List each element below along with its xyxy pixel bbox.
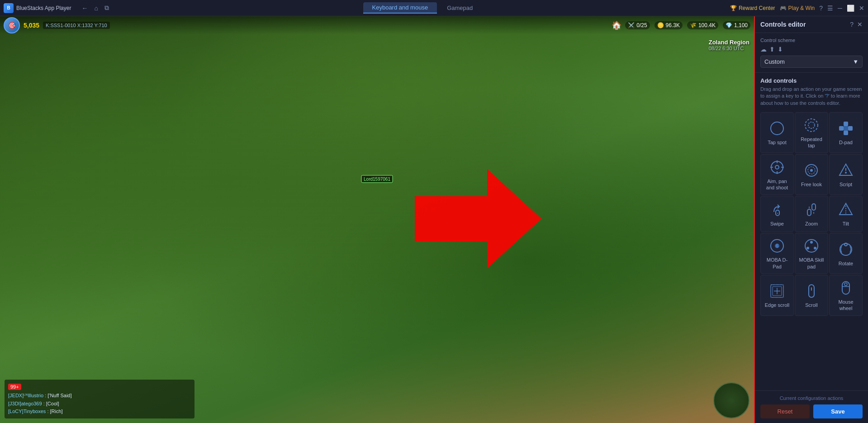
food-value: 100.4K [698,22,716,28]
scheme-dropdown[interactable]: Custom ▼ [760,56,863,68]
dpad-label: D-pad [839,139,853,146]
chat-line-3: [LoCY]Tinyboxes : [Rich] [8,408,191,416]
nav-windows-button[interactable]: ⧉ [102,3,111,13]
moba-dpad-icon: 6 [769,238,785,254]
control-moba-dpad[interactable]: 6 MOBA D-Pad [760,233,794,274]
scheme-download-icon[interactable]: ⬇ [778,46,783,53]
control-scroll[interactable]: Scroll [795,275,828,316]
help-link[interactable]: ? [826,93,829,99]
svg-rect-24 [812,204,816,210]
panel-close-icon[interactable]: ✕ [857,21,863,28]
nav-home-button[interactable]: ⌂ [92,3,100,13]
add-controls-desc: Drag and drop an action on your game scr… [760,86,863,107]
scheme-upload-icon[interactable]: ⬆ [769,46,775,53]
add-controls-title: Add controls [760,77,863,84]
game-area[interactable]: 🎯 5,035 K:SSS1-0010 X:1332 Y:710 🏠 ⚔️ 0/… [0,16,754,423]
rotate-icon [838,241,854,258]
control-repeated-tap[interactable]: Repeated tap [795,112,828,153]
chat-name-3: [LoCY]Tinyboxes [8,409,46,414]
edge-scroll-label: Edge scroll [765,302,789,308]
food-icon: 🌾 [690,22,697,28]
controls-grid: Tap spot Repeated tap [760,112,863,315]
control-swipe[interactable]: Swipe [760,196,794,232]
repeated-tap-label: Repeated tap [797,136,826,149]
red-arrow-overlay [415,169,541,270]
tilt-label: Tilt [843,221,849,227]
location-info: Zoland Region 08/22 6:30 UTC [709,39,749,51]
scheme-label: Control scheme [760,38,863,43]
svg-rect-8 [844,126,848,131]
free-look-label: Free look [801,181,822,188]
scheme-cloud-icon[interactable]: ☁ [760,46,767,53]
control-tilt[interactable]: Tilt [829,196,863,232]
aim-pan-shoot-label: Aim, pan and shoot [763,178,792,191]
play-win[interactable]: 🎮 Play & Win [780,5,815,11]
panel-title: Controls editor [760,21,806,28]
moba-skill-label: MOBA Skill pad [797,257,826,270]
resource-gold: 🪙 96.3K [655,21,683,29]
scheme-icons: ☁ ⬆ ⬇ [760,46,783,53]
reward-icon: 🏆 [730,5,737,11]
control-moba-skill[interactable]: MOBA Skill pad [795,233,828,274]
tab-gamepad[interactable]: Gamepad [438,2,482,14]
rotate-label: Rotate [839,260,853,267]
svg-point-34 [810,241,813,244]
script-label: Script [840,181,852,188]
svg-rect-4 [844,122,848,126]
control-tap-spot[interactable]: Tap spot [760,112,794,153]
control-edge-scroll[interactable]: Edge scroll [760,275,794,316]
location-date: 08/22 6:30 UTC [709,46,749,51]
control-scheme-section: Control scheme ☁ ⬆ ⬇ Custom ▼ [755,33,868,73]
titlebar-right: 🏆 Reward Center 🎮 Play & Win ? ☰ ─ ⬜ ✕ [730,5,864,12]
gold-icon: 🪙 [657,22,664,28]
moba-dpad-label: MOBA D-Pad [763,257,792,270]
hud-home-icon[interactable]: 🏠 [612,20,621,30]
control-mouse-wheel[interactable]: Mouse wheel [829,275,863,316]
gold-value: 96.3K [666,22,680,28]
controls-panel: Controls editor ? ✕ Control scheme ☁ ⬆ ⬇… [754,16,868,423]
maximize-icon[interactable]: ⬜ [847,5,854,12]
svg-point-16 [810,169,813,172]
chat-name-2: [J3DI]atego369 [8,401,42,406]
svg-point-3 [808,122,815,128]
svg-marker-0 [415,169,541,268]
current-config-label: Current configuration actions [760,395,863,401]
svg-rect-45 [842,282,849,294]
control-dpad[interactable]: D-pad [829,112,863,153]
play-win-icon: 🎮 [780,5,787,11]
close-icon[interactable]: ✕ [859,5,864,12]
reset-button[interactable]: Reset [760,404,810,418]
zoom-label: Zoom [805,221,818,227]
reward-center[interactable]: 🏆 Reward Center [730,5,775,11]
svg-rect-7 [848,126,853,131]
script-icon [838,162,854,179]
panel-bottom: Current configuration actions Reset Save [755,390,868,423]
game-hud-top: 🎯 5,035 K:SSS1-0010 X:1332 Y:710 🏠 ⚔️ 0/… [0,16,754,34]
svg-point-36 [806,247,809,249]
tab-keyboard-mouse[interactable]: Keyboard and mouse [363,2,437,14]
player-avatar[interactable]: 🎯 [4,17,20,33]
dpad-icon [838,120,854,136]
swipe-label: Swipe [770,221,784,227]
gems-icon: 💎 [726,22,732,28]
title-tabs: Keyboard and mouse Gamepad [118,2,727,14]
control-free-look[interactable]: Free look [795,154,828,195]
control-zoom[interactable]: Zoom [795,196,828,232]
panel-help-icon[interactable]: ? [850,21,854,28]
title-bar: B BlueStacks App Player ← ⌂ ⧉ Keyboard a… [0,0,868,16]
minimize-icon[interactable]: ─ [838,5,842,12]
control-aim-pan-shoot[interactable]: Aim, pan and shoot [760,154,794,195]
save-button[interactable]: Save [813,404,863,418]
aim-pan-shoot-icon [769,159,785,175]
resource-food: 🌾 100.4K [687,21,718,29]
nav-back-button[interactable]: ← [79,3,90,13]
mini-map[interactable] [713,382,749,418]
control-script[interactable]: Script [829,154,863,195]
app-name: BlueStacks App Player [16,5,71,11]
control-rotate[interactable]: Rotate [829,233,863,274]
chat-msg-1: ['Nuff Said] [47,393,71,398]
help-icon[interactable]: ? [819,5,823,12]
free-look-icon [803,162,820,179]
menu-icon[interactable]: ☰ [827,5,833,12]
main-content: 🎯 5,035 K:SSS1-0010 X:1332 Y:710 🏠 ⚔️ 0/… [0,16,868,423]
